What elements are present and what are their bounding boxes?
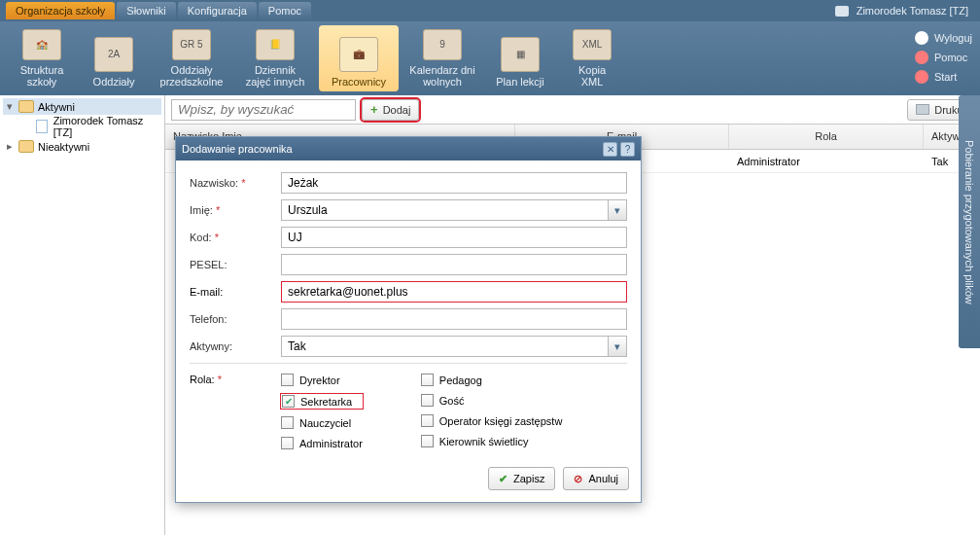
ribbon-label: Plan lekcji	[496, 76, 544, 88]
ribbon-oddzialy-przedszkolne[interactable]: GR 5 Oddziały przedszkolne	[152, 25, 231, 91]
tab-pomoc[interactable]: Pomoc	[259, 2, 311, 19]
folder-icon	[18, 140, 34, 153]
checkbox-icon	[421, 414, 434, 427]
lock-icon	[915, 31, 928, 45]
dropdown-icon[interactable]: ▾	[608, 336, 627, 357]
ribbon-buttons: 🏫 Struktura szkoły 2A Oddziały GR 5 Oddz…	[8, 25, 626, 91]
checkbox-icon	[281, 437, 294, 449]
chk-administrator[interactable]: Administrator	[281, 437, 363, 449]
help-link[interactable]: Pomoc	[915, 51, 972, 64]
modal-help-icon[interactable]: ?	[620, 142, 635, 157]
label-kod: Kod:	[190, 232, 281, 243]
chk-dyrektor[interactable]: Dyrektor	[281, 374, 363, 386]
modal-body: Nazwisko: Imię: ▾ Kod: PESEL: E-mail: Te…	[176, 160, 641, 457]
anuluj-button[interactable]: ⊘Anuluj	[563, 467, 629, 490]
chk-sekretarka[interactable]: ✔Sekretarka	[281, 394, 363, 409]
tab-slowniki[interactable]: Słowniki	[117, 2, 175, 19]
label-imie: Imię:	[190, 204, 281, 216]
checkbox-icon: ✔	[282, 395, 295, 408]
modal-footer: ✔Zapisz ⊘Anuluj	[176, 457, 641, 502]
chk-operator[interactable]: Operator księgi zastępstw	[421, 414, 563, 427]
tab-organizacja-szkoly[interactable]: Organizacja szkoły	[6, 2, 115, 19]
ribbon-dziennik[interactable]: 📒 Dziennik zajęć innych	[235, 25, 315, 91]
ribbon-label: Kalendarz dni wolnych	[409, 64, 474, 88]
button-label: Zapisz	[513, 473, 544, 484]
ribbon-label: Oddziały	[93, 76, 135, 88]
start-link[interactable]: Start	[915, 70, 972, 84]
chk-label: Nauczyciel	[299, 417, 351, 429]
content-toolbar: + Dodaj Drukuj	[165, 95, 980, 125]
checkbox-icon	[281, 374, 294, 386]
chk-label: Dyrektor	[299, 374, 340, 386]
ribbon-kopia-xml[interactable]: XML Kopia XML	[558, 25, 626, 91]
modal-title: Dodawanie pracownika	[182, 143, 293, 155]
ribbon-pracownicy[interactable]: 💼 Pracownicy	[319, 25, 399, 91]
dodaj-button[interactable]: + Dodaj	[362, 99, 419, 121]
zapisz-button[interactable]: ✔Zapisz	[488, 467, 555, 490]
ribbon-label: Struktura szkoły	[20, 64, 64, 88]
label-aktywny: Aktywny:	[190, 340, 281, 352]
chk-label: Kierownik świetlicy	[439, 436, 529, 447]
label-telefon: Telefon:	[190, 313, 281, 325]
journal-icon: 📒	[256, 29, 295, 60]
top-menu-bar: Organizacja szkoły Słowniki Konfiguracja…	[0, 0, 980, 21]
modal-header[interactable]: Dodawanie pracownika ✕ ?	[176, 137, 641, 160]
ribbon-struktura-szkoly[interactable]: 🏫 Struktura szkoły	[8, 25, 76, 91]
input-nazwisko[interactable]	[281, 172, 627, 194]
link-label: Start	[934, 71, 957, 83]
home-icon	[915, 70, 928, 84]
chk-gosc[interactable]: Gość	[421, 394, 563, 407]
tree-item-label: Zimorodek Tomasz [TZ]	[53, 115, 161, 138]
label-rola: Rola:	[190, 374, 281, 449]
expand-icon[interactable]: ▸	[5, 140, 15, 153]
topbar-right: Zimorodek Tomasz [TZ]	[835, 5, 974, 17]
search-input[interactable]	[171, 99, 356, 121]
checkbox-icon	[421, 435, 434, 447]
calendar-icon: 9	[423, 29, 462, 60]
input-kod[interactable]	[281, 227, 627, 248]
ribbon-label: Pracownicy	[332, 76, 386, 88]
chk-nauczyciel[interactable]: Nauczyciel	[281, 416, 363, 429]
input-email[interactable]	[281, 281, 627, 303]
current-user: Zimorodek Tomasz [TZ]	[857, 5, 974, 17]
class-2a-icon: 2A	[94, 37, 133, 72]
link-label: Wyloguj	[934, 32, 972, 44]
chk-kierownik[interactable]: Kierownik świetlicy	[421, 435, 563, 447]
chk-pedagog[interactable]: Pedagog	[421, 374, 563, 386]
roles-section: Rola: Dyrektor ✔Sekretarka Nauczyciel Ad…	[190, 374, 627, 449]
collapse-icon[interactable]: ▾	[5, 100, 15, 113]
input-imie[interactable]	[281, 199, 608, 221]
chat-icon[interactable]	[835, 6, 849, 17]
input-telefon[interactable]	[281, 308, 627, 330]
tab-konfiguracja[interactable]: Konfiguracja	[178, 2, 257, 19]
tree-item-zimorodek[interactable]: Zimorodek Tomasz [TZ]	[3, 115, 161, 138]
dropdown-icon[interactable]: ▾	[608, 199, 627, 221]
plus-icon: +	[370, 102, 378, 117]
col-rola[interactable]: Rola	[729, 125, 924, 149]
chk-label: Pedagog	[439, 374, 482, 386]
input-aktywny[interactable]	[281, 336, 608, 357]
tree-aktywni[interactable]: ▾ Aktywni	[3, 98, 161, 115]
ribbon-kalendarz[interactable]: 9 Kalendarz dni wolnych	[402, 25, 482, 91]
chk-label: Administrator	[299, 438, 363, 449]
input-pesel[interactable]	[281, 254, 627, 275]
tree-label: Aktywni	[38, 101, 75, 113]
roles-col-right: Pedagog Gość Operator księgi zastępstw K…	[421, 374, 563, 449]
label-pesel: PESEL:	[190, 259, 281, 270]
cell-rola: Administrator	[729, 156, 924, 167]
link-label: Pomoc	[934, 52, 967, 63]
top-tabs: Organizacja szkoły Słowniki Konfiguracja…	[6, 2, 311, 19]
chk-label: Sekretarka	[300, 396, 352, 408]
ribbon-oddzialy[interactable]: 2A Oddziały	[80, 25, 148, 91]
chk-label: Gość	[439, 395, 465, 407]
chk-label: Operator księgi zastępstw	[439, 415, 563, 427]
ribbon-plan-lekcji[interactable]: ▦ Plan lekcji	[486, 25, 554, 91]
ribbon: 🏫 Struktura szkoły 2A Oddziały GR 5 Oddz…	[0, 21, 980, 95]
tree-nieaktywni[interactable]: ▸ Nieaktywni	[3, 138, 161, 155]
downloads-side-tab[interactable]: Pobieranie przygotowanych plików	[959, 95, 980, 348]
logout-link[interactable]: Wyloguj	[915, 31, 972, 45]
label-nazwisko: Nazwisko:	[190, 177, 281, 189]
modal-close-icon[interactable]: ✕	[603, 142, 617, 157]
group-gr5-icon: GR 5	[172, 29, 211, 60]
add-employee-modal: Dodawanie pracownika ✕ ? Nazwisko: Imię:…	[175, 136, 642, 503]
